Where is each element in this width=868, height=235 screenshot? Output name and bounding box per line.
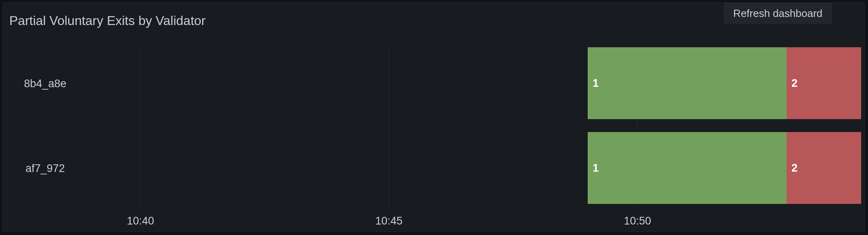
bar-segment-value: 1 [593, 77, 599, 90]
bar-segment[interactable]: 1 [588, 132, 787, 204]
x-axis-tick-label: 10:40 [127, 215, 154, 227]
panel-title: Partial Voluntary Exits by Validator [9, 13, 206, 28]
bar-segment[interactable]: 1 [588, 47, 787, 119]
x-axis-tick-label: 10:45 [376, 215, 403, 227]
y-axis-category-label: 8b4_a8e [3, 78, 88, 90]
bar-segment[interactable]: 2 [787, 132, 861, 204]
dashboard-panel: Partial Voluntary Exits by Validator Ref… [2, 2, 865, 232]
chart-canvas: 1212 [91, 47, 861, 209]
bar-segment-value: 2 [791, 162, 797, 174]
gridline [140, 47, 141, 209]
bar-segment-value: 2 [791, 77, 797, 90]
bar-segment[interactable]: 2 [787, 47, 861, 119]
gridline [389, 47, 389, 209]
chart-plot-area: 1212 8b4_a8eaf7_972 10:4010:4510:50 [3, 47, 860, 209]
bar-segment-value: 1 [593, 162, 599, 174]
bar-row: 12 [588, 132, 861, 204]
bar-row: 12 [588, 47, 861, 119]
x-axis-tick-label: 10:50 [624, 215, 651, 227]
y-axis-category-label: af7_972 [3, 162, 88, 175]
refresh-dashboard-button[interactable]: Refresh dashboard [724, 3, 832, 24]
